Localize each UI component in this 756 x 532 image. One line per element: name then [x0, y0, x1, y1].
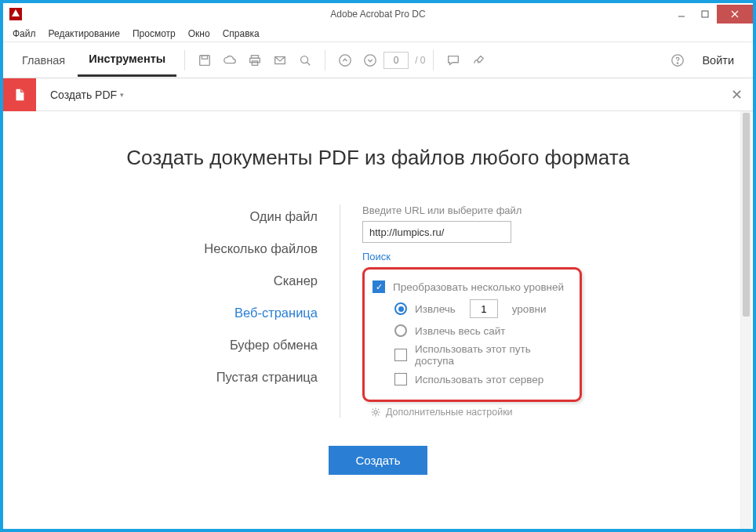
sign-icon[interactable] — [467, 49, 490, 72]
menu-edit[interactable]: Редактирование — [44, 27, 125, 41]
page-up-icon[interactable] — [333, 49, 357, 72]
url-label: Введите URL или выберите файл — [362, 204, 721, 216]
option-scanner[interactable]: Сканер — [274, 273, 318, 288]
option-web-page[interactable]: Веб-страница — [234, 306, 318, 320]
help-icon[interactable] — [666, 49, 689, 72]
menu-file[interactable]: Файл — [8, 27, 41, 41]
svg-rect-8 — [253, 60, 258, 64]
menu-window[interactable]: Окно — [184, 27, 215, 41]
svg-rect-5 — [202, 55, 208, 59]
scrollbar[interactable] — [740, 111, 751, 529]
menu-help[interactable]: Справка — [218, 27, 264, 41]
svg-point-15 — [678, 62, 678, 63]
print-icon[interactable] — [243, 49, 267, 72]
convert-levels-checkbox[interactable]: ✓ — [373, 280, 385, 293]
content-area: Создать документы PDF из файлов любого ф… — [3, 111, 753, 529]
convert-levels-label: Преобразовать несколько уровней — [393, 281, 564, 293]
option-multiple-files[interactable]: Несколько файлов — [204, 241, 318, 256]
mail-icon[interactable] — [268, 49, 292, 72]
comment-icon[interactable] — [442, 49, 465, 72]
extract-site-radio[interactable] — [394, 324, 407, 337]
chevron-down-icon: ▾ — [120, 91, 124, 99]
create-pdf-icon — [3, 78, 36, 111]
page-heading: Создать документы PDF из файлов любого ф… — [3, 146, 753, 170]
use-server-label: Использовать этот сервер — [415, 374, 543, 385]
tool-subbar: Создать PDF▾ ✕ — [3, 78, 753, 111]
use-path-checkbox[interactable] — [394, 349, 407, 361]
svg-point-13 — [365, 54, 376, 65]
extract-prefix: Извлечь — [415, 303, 456, 315]
extract-site-label: Извлечь весь сайт — [415, 325, 506, 337]
save-icon[interactable] — [193, 49, 216, 72]
create-button[interactable]: Создать — [329, 446, 427, 475]
more-settings-link[interactable]: Дополнительные настройки — [362, 407, 721, 418]
create-pdf-dropdown[interactable]: Создать PDF▾ — [36, 89, 138, 101]
extract-levels-radio[interactable] — [394, 302, 407, 315]
svg-line-11 — [307, 62, 311, 65]
use-server-checkbox[interactable] — [394, 373, 407, 385]
levels-input[interactable] — [470, 299, 498, 318]
source-options: Один файл Несколько файлов Сканер Веб-ст… — [3, 204, 340, 418]
titlebar: Adobe Acrobat Pro DC — [3, 3, 753, 25]
svg-rect-7 — [250, 58, 260, 62]
option-clipboard[interactable]: Буфер обмена — [230, 338, 318, 353]
app-window: Adobe Acrobat Pro DC Файл Редактирование… — [0, 0, 756, 532]
cloud-icon[interactable] — [218, 49, 242, 72]
svg-rect-4 — [200, 55, 210, 65]
window-title: Adobe Acrobat Pro DC — [3, 9, 753, 20]
page-total: / 0 — [415, 55, 425, 66]
login-button[interactable]: Войти — [691, 54, 745, 67]
svg-point-12 — [340, 54, 351, 65]
page-number-input[interactable]: 0 — [383, 52, 409, 69]
tab-home[interactable]: Главная — [11, 45, 76, 76]
settings-panel: Введите URL или выберите файл Поиск ✓ Пр… — [340, 204, 721, 418]
toolbar: Главная Инструменты 0 / 0 Войти — [3, 42, 753, 78]
menubar: Файл Редактирование Просмотр Окно Справк… — [3, 25, 753, 42]
close-tool-button[interactable]: ✕ — [720, 86, 753, 103]
option-blank-page[interactable]: Пустая страница — [216, 370, 318, 385]
menu-view[interactable]: Просмотр — [128, 27, 180, 41]
page-down-icon[interactable] — [358, 49, 382, 72]
svg-point-10 — [301, 56, 308, 63]
use-path-label: Использовать этот путь доступа — [415, 343, 567, 367]
option-single-file[interactable]: Один файл — [249, 209, 318, 224]
scroll-thumb[interactable] — [743, 113, 750, 317]
gear-icon — [370, 407, 381, 418]
tab-tools[interactable]: Инструменты — [78, 43, 176, 77]
levels-settings-box: ✓ Преобразовать несколько уровней Извлеч… — [362, 267, 582, 402]
search-link[interactable]: Поиск — [362, 251, 721, 262]
extract-suffix: уровни — [512, 303, 547, 315]
svg-point-16 — [374, 411, 377, 414]
url-input[interactable] — [362, 221, 511, 243]
search-icon[interactable] — [293, 49, 317, 72]
